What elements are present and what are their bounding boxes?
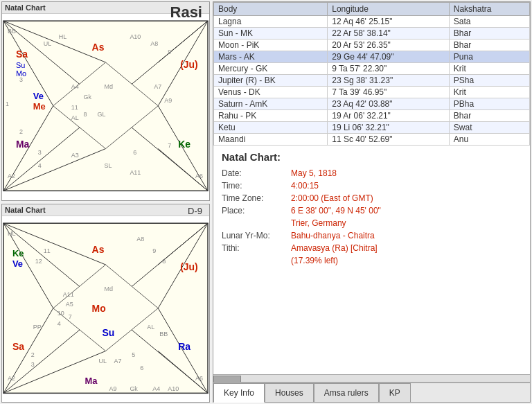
svg-text:Sa: Sa xyxy=(12,340,24,351)
cell-nakshatra: Bhar xyxy=(449,28,529,39)
svg-text:6: 6 xyxy=(140,365,143,371)
svg-text:11: 11 xyxy=(71,104,78,111)
tab-amsa-rulers[interactable]: Amsa rulers xyxy=(314,383,379,402)
cell-nakshatra: Bhar xyxy=(449,39,529,51)
cell-longitude: 23 Aq 42' 03.88" xyxy=(328,98,450,110)
tab-houses[interactable]: Houses xyxy=(265,383,314,402)
cell-longitude: 9 Ta 57' 22.30" xyxy=(328,63,450,75)
svg-text:Ma: Ma xyxy=(16,139,30,150)
svg-text:BB: BB xyxy=(8,28,16,35)
svg-text:UL: UL xyxy=(99,358,107,365)
col-body: Body xyxy=(214,3,328,16)
info-label: Place: xyxy=(222,206,291,216)
left-panel: Natal Chart Rasi xyxy=(0,0,211,404)
svg-text:A3: A3 xyxy=(71,152,79,159)
cell-body: Maandi xyxy=(214,134,328,146)
svg-text:2: 2 xyxy=(19,128,23,135)
cell-nakshatra: Anu xyxy=(449,134,529,146)
info-row: Place:6 E 38' 00", 49 N 45' 00" xyxy=(222,206,522,216)
info-row: (17.39% left) xyxy=(222,256,522,265)
svg-text:12: 12 xyxy=(35,257,42,264)
cell-nakshatra: Sata xyxy=(449,16,529,28)
svg-text:A10: A10 xyxy=(168,385,179,392)
cell-nakshatra: PBha xyxy=(449,98,529,110)
horizontal-scrollbar[interactable] xyxy=(213,374,530,383)
cell-nakshatra: PSha xyxy=(449,75,529,87)
info-value: 6 E 38' 00", 49 N 45' 00" xyxy=(291,206,381,216)
svg-text:A5: A5 xyxy=(66,300,73,307)
svg-text:A4: A4 xyxy=(152,385,160,392)
cell-longitude: 22 Ar 58' 38.14" xyxy=(328,28,450,39)
table-row: Maandi11 Sc 40' 52.69"Anu xyxy=(214,134,530,146)
svg-text:GL: GL xyxy=(98,111,106,118)
info-value: May 5, 1818 xyxy=(291,168,337,178)
info-value: (17.39% left) xyxy=(291,256,338,265)
info-row: Time Zone:2:00:00 (East of GMT) xyxy=(222,193,522,203)
table-row: Mars - AK29 Ge 44' 47.09"Puna xyxy=(214,51,530,63)
svg-text:A2: A2 xyxy=(8,173,15,179)
info-label xyxy=(222,218,291,228)
svg-text:10: 10 xyxy=(57,309,64,316)
cell-longitude: 11 Sc 40' 52.69" xyxy=(328,134,450,146)
svg-text:As: As xyxy=(92,244,105,255)
table-row: Jupiter (R) - BK23 Sg 38' 31.23"PSha xyxy=(214,75,530,87)
svg-text:3: 3 xyxy=(19,76,23,83)
cell-body: Sun - MK xyxy=(214,28,328,39)
info-value: Amavasya (Ra) [Chitra] xyxy=(291,243,378,253)
cell-body: Mercury - GK xyxy=(214,63,328,75)
svg-text:A8: A8 xyxy=(150,40,158,47)
svg-text:HL: HL xyxy=(59,33,66,40)
natal-info: Natal Chart: Date:May 5, 1818Time:4:00:1… xyxy=(213,146,530,374)
info-label: Date: xyxy=(222,168,291,178)
svg-text:2: 2 xyxy=(31,351,35,358)
svg-text:A8: A8 xyxy=(136,236,144,243)
svg-text:A2: A2 xyxy=(8,375,15,382)
info-label: Lunar Yr-Mo: xyxy=(222,231,291,240)
svg-text:BB: BB xyxy=(159,330,168,337)
table-row: Rahu - PK19 Ar 06' 32.21"Bhar xyxy=(214,110,530,122)
cell-nakshatra: Puna xyxy=(449,51,529,63)
rasi-chart: Natal Chart Rasi xyxy=(1,1,210,201)
cell-longitude: 20 Ar 53' 26.35" xyxy=(328,39,450,51)
info-label: Time Zone: xyxy=(222,193,291,203)
cell-nakshatra: Swat xyxy=(449,122,529,134)
svg-text:Sa: Sa xyxy=(16,49,28,60)
table-row: Saturn - AmK23 Aq 42' 03.88"PBha xyxy=(214,98,530,110)
svg-text:8: 8 xyxy=(84,111,87,118)
table-row: Ketu19 Li 06' 32.21"Swat xyxy=(214,122,530,134)
svg-text:6: 6 xyxy=(133,149,136,156)
svg-text:HL: HL xyxy=(8,230,15,237)
svg-text:4: 4 xyxy=(38,162,42,169)
svg-text:5: 5 xyxy=(132,351,135,358)
chart2-title: Natal Chart xyxy=(2,204,209,216)
bottom-tabs: Key InfoHousesAmsa rulersKP xyxy=(213,383,530,402)
tab-kp[interactable]: KP xyxy=(379,383,411,402)
planet-table: Body Longitude Nakshatra Lagna12 Aq 46' … xyxy=(213,2,530,146)
info-value: 4:00:15 xyxy=(291,181,319,191)
cell-longitude: 12 Aq 46' 25.15" xyxy=(328,16,450,28)
svg-text:Gk: Gk xyxy=(84,94,92,100)
info-label: Tithi: xyxy=(222,243,291,253)
natal-info-title: Natal Chart: xyxy=(222,151,522,163)
svg-text:A7: A7 xyxy=(114,358,121,365)
svg-text:A7: A7 xyxy=(154,83,161,90)
svg-text:As: As xyxy=(92,42,105,53)
svg-text:8: 8 xyxy=(162,257,166,264)
cell-longitude: 23 Sg 38' 31.23" xyxy=(328,75,450,87)
info-row: Time:4:00:15 xyxy=(222,181,522,191)
planet-table-container: Body Longitude Nakshatra Lagna12 Aq 46' … xyxy=(213,2,530,146)
svg-text:Md: Md xyxy=(105,83,113,90)
table-row: Sun - MK22 Ar 58' 38.14"Bhar xyxy=(214,28,530,39)
cell-longitude: 19 Ar 06' 32.21" xyxy=(328,110,450,122)
cell-body: Lagna xyxy=(214,16,328,28)
tab-key-info[interactable]: Key Info xyxy=(213,383,265,403)
info-row: Date:May 5, 1818 xyxy=(222,168,522,178)
svg-text:Ra: Ra xyxy=(178,340,190,351)
svg-text:A10: A10 xyxy=(130,33,141,40)
scroll-thumb[interactable] xyxy=(213,376,241,383)
svg-text:Ke: Ke xyxy=(12,248,24,258)
svg-text:SL: SL xyxy=(105,162,112,169)
svg-text:UL: UL xyxy=(44,40,51,47)
table-row: Lagna12 Aq 46' 25.15"Sata xyxy=(214,16,530,28)
svg-text:Gk: Gk xyxy=(130,385,138,392)
